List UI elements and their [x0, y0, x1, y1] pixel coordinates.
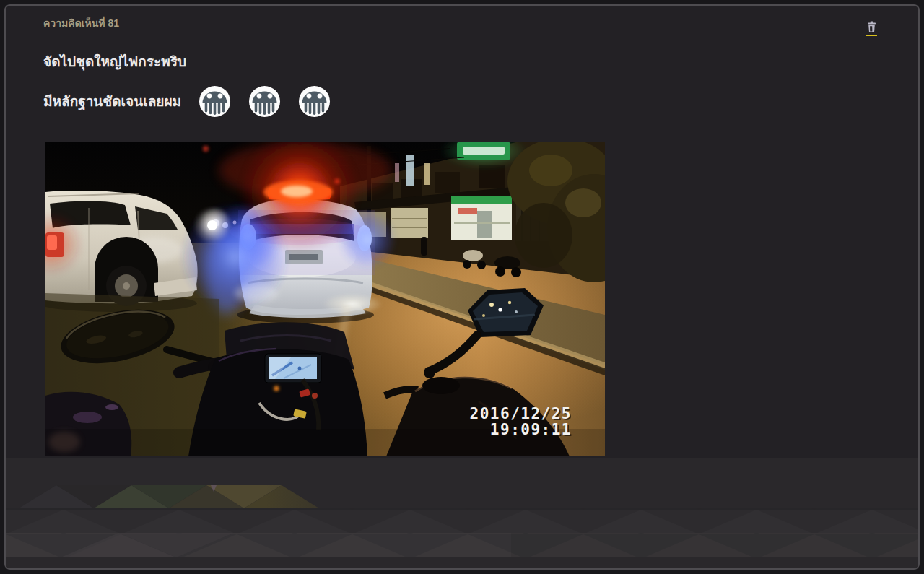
- trash-icon: [866, 21, 877, 33]
- big-grin-emoticon: [298, 85, 331, 118]
- big-grin-emoticon: [199, 85, 231, 118]
- delete-comment-button[interactable]: [865, 21, 878, 36]
- comment-number-label: ความคิดเห็นที่ 81: [43, 15, 119, 31]
- timestamp-date: 2016/12/25: [470, 405, 572, 422]
- footer-section: [6, 458, 918, 568]
- big-grin-emoticon: [248, 85, 281, 118]
- comment-text-line2-row: มีหลักฐานชัดเจนเลยผม: [43, 82, 331, 120]
- comment-panel: ความคิดเห็นที่ 81 จัดไปชุดใหญ่ไฟกระพริบ …: [4, 4, 920, 570]
- comment-text-line1: จัดไปชุดใหญ่ไฟกระพริบ: [43, 51, 186, 72]
- comment-text-line2: มีหลักฐานชัดเจนเลยผม: [43, 90, 181, 112]
- delete-link-underline: [866, 35, 877, 36]
- night-traffic-photo-graphic: 2016/12/25 19:09:11 2016/12/25 19:09:11: [45, 142, 605, 456]
- timestamp-time: 19:09:11: [490, 421, 572, 438]
- footer-mosaic-pattern: [6, 485, 918, 560]
- comment-photo-attachment[interactable]: 2016/12/25 19:09:11 2016/12/25 19:09:11: [45, 142, 605, 456]
